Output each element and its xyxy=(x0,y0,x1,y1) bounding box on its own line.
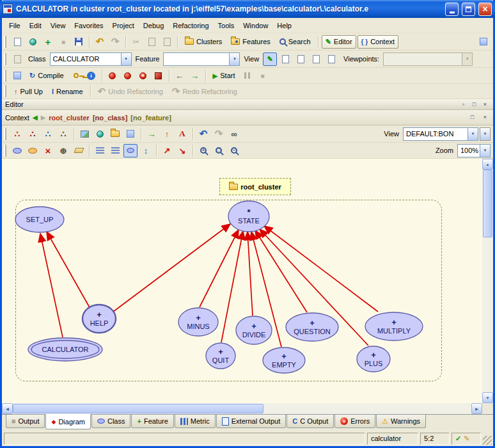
minimize-button[interactable] xyxy=(445,3,459,16)
zoom-out-icon[interactable]: − xyxy=(227,144,241,157)
menu-tools[interactable]: Tools xyxy=(214,19,239,32)
feature-combo[interactable]: ▼ xyxy=(163,52,240,66)
stop-debug-icon[interactable]: ■ xyxy=(256,69,270,83)
class-node-plus[interactable]: +PLUS xyxy=(357,346,390,372)
open-file-icon[interactable] xyxy=(26,35,40,49)
stop-icon[interactable]: ■ xyxy=(56,35,70,49)
redo-icon[interactable]: ↷ xyxy=(108,35,122,49)
menu-project[interactable]: Project xyxy=(108,19,139,32)
menu-favorites[interactable]: Favorites xyxy=(70,19,107,32)
export-png-icon[interactable] xyxy=(77,127,91,141)
menu-edit[interactable]: Edit xyxy=(25,19,46,32)
inheritance-arrow-help-to-set_up[interactable] xyxy=(47,232,90,308)
class-node-empty[interactable]: +EMPTY xyxy=(263,348,305,373)
horizontal-scroll-thumb[interactable] xyxy=(13,404,263,413)
next-compiled-icon[interactable]: → xyxy=(188,69,202,83)
class-node-state[interactable]: *STATE xyxy=(228,201,269,232)
view-combo-dropdown-icon[interactable]: ▼ xyxy=(468,128,478,140)
toolbar-grip[interactable] xyxy=(4,70,7,82)
horizontal-scrollbar[interactable]: ◀ ▶ xyxy=(2,403,482,414)
menu-file[interactable]: File xyxy=(4,19,25,32)
bidirectional-tool-icon[interactable]: ∴ xyxy=(56,127,70,141)
vertical-scroll-thumb[interactable] xyxy=(483,170,492,237)
tab-metric[interactable]: Metric xyxy=(175,415,216,428)
quick-melt-icon[interactable] xyxy=(121,69,135,83)
zoom-in-icon[interactable]: + xyxy=(196,144,210,157)
zoom-dropdown-icon[interactable]: ▼ xyxy=(480,145,490,157)
class-combo[interactable]: CALCULATOR ▼ xyxy=(50,52,132,66)
info-icon[interactable]: i xyxy=(84,69,98,83)
toolbar-grip[interactable] xyxy=(4,85,7,97)
maximize-panel-icon[interactable]: □ xyxy=(469,100,479,109)
text-size-icon[interactable]: A xyxy=(175,127,189,141)
grid-icon[interactable] xyxy=(123,127,138,141)
melt-session-icon[interactable] xyxy=(10,69,24,83)
melt-icon[interactable] xyxy=(106,69,120,83)
scroll-up-icon[interactable]: ▲ xyxy=(482,159,493,170)
class-node-help[interactable]: +HELP xyxy=(82,305,116,333)
titlebar[interactable]: CALCULATOR in cluster root_cluster locat… xyxy=(0,0,495,18)
viewpoints-combo[interactable]: ▼ xyxy=(383,52,473,66)
previous-compiled-icon[interactable]: ← xyxy=(173,69,187,83)
inheritance-arrow-divide-to-state[interactable] xyxy=(248,232,253,316)
context-class[interactable]: [no_class] xyxy=(93,114,127,122)
diagram-canvas[interactable]: root_cluster SET_UP*STATE+HELPCALCULATOR… xyxy=(2,159,482,403)
context-feature[interactable]: [no_feature] xyxy=(130,114,171,122)
layout-icon[interactable] xyxy=(93,144,107,157)
interface-view-icon[interactable] xyxy=(324,52,338,66)
scroll-left-icon[interactable]: ◀ xyxy=(2,403,13,414)
contract-view-icon[interactable] xyxy=(309,52,323,66)
flat-view-icon[interactable] xyxy=(278,52,292,66)
compile-button[interactable]: ↻ Compile xyxy=(26,69,68,83)
diagram-view-combo[interactable]: DEFAULT:BON ▼ xyxy=(403,127,478,141)
copy-icon[interactable] xyxy=(145,35,159,49)
external-editor-icon[interactable] xyxy=(476,35,491,49)
menu-view[interactable]: View xyxy=(46,19,70,32)
close-panel-icon[interactable]: × xyxy=(480,100,490,109)
supplier-depth-icon[interactable]: ↘ xyxy=(175,144,189,157)
tab-c-output[interactable]: C C Output xyxy=(287,415,334,428)
pull-up-button[interactable]: ↑ Pull Up xyxy=(10,84,47,98)
editor-panel-header[interactable]: Editor ▫ □ × xyxy=(2,99,493,110)
sort-icon[interactable]: ↕ xyxy=(139,144,153,157)
toolbar-grip[interactable] xyxy=(4,145,7,157)
tab-warnings[interactable]: ⚠ Warnings xyxy=(376,415,426,428)
start-button[interactable]: ▶ Start xyxy=(209,69,239,83)
zoom-combo[interactable]: 100% ▼ xyxy=(457,144,491,157)
save-icon[interactable] xyxy=(72,35,86,49)
pause-icon[interactable] xyxy=(240,69,255,83)
fit-to-screen-icon[interactable]: □ xyxy=(212,144,226,157)
history-back-button[interactable]: ◀ xyxy=(33,114,38,121)
toolbar-grip[interactable] xyxy=(4,128,7,140)
anchor-tool-icon[interactable]: ⊕ xyxy=(56,144,70,157)
context-maximize-icon[interactable]: □ xyxy=(468,113,477,122)
scroll-right-icon[interactable]: ▶ xyxy=(471,403,482,414)
class-combo-dropdown-icon[interactable]: ▼ xyxy=(121,53,131,65)
diagram-redo-icon[interactable]: ↷ xyxy=(212,127,226,141)
add-project-icon[interactable]: + xyxy=(41,35,55,49)
class-node-multiply[interactable]: +MULTIPLY xyxy=(365,312,423,340)
tab-output[interactable]: ≡ Output xyxy=(6,415,45,428)
aggregate-tool-icon[interactable]: ∴ xyxy=(41,127,55,141)
class-node-minus[interactable]: +MINUS xyxy=(178,308,218,336)
pin-icon[interactable]: ▫ xyxy=(459,100,468,109)
scroll-down-icon[interactable]: ▼ xyxy=(482,392,493,403)
tab-external-output[interactable]: External Output xyxy=(216,415,286,428)
client-depth-icon[interactable]: ↗ xyxy=(160,144,174,157)
context-toggle-button[interactable]: { } Context xyxy=(358,35,398,49)
rename-button[interactable]: I Rename xyxy=(48,84,87,98)
new-cluster-tool-icon[interactable] xyxy=(26,144,40,157)
context-cluster[interactable]: root_cluster xyxy=(49,114,90,122)
inheritance-arrow-calculator-to-set_up[interactable] xyxy=(40,234,63,337)
new-class-tool-icon[interactable] xyxy=(10,144,24,157)
inheritance-tool-icon[interactable]: ∴ xyxy=(10,127,24,141)
open-diagram-folder-icon[interactable] xyxy=(108,127,122,141)
send-to-new-window-icon[interactable] xyxy=(10,52,24,66)
menu-help[interactable]: Help xyxy=(272,19,296,32)
client-supplier-tool-icon[interactable]: ∴ xyxy=(26,127,40,141)
inheritance-arrow-minus-to-state[interactable] xyxy=(200,230,239,307)
view-dropdown-button[interactable]: ▼ xyxy=(480,127,491,141)
search-button[interactable]: Search xyxy=(276,35,315,49)
features-button[interactable]: Features xyxy=(227,35,274,49)
restore-button[interactable] xyxy=(462,3,475,16)
